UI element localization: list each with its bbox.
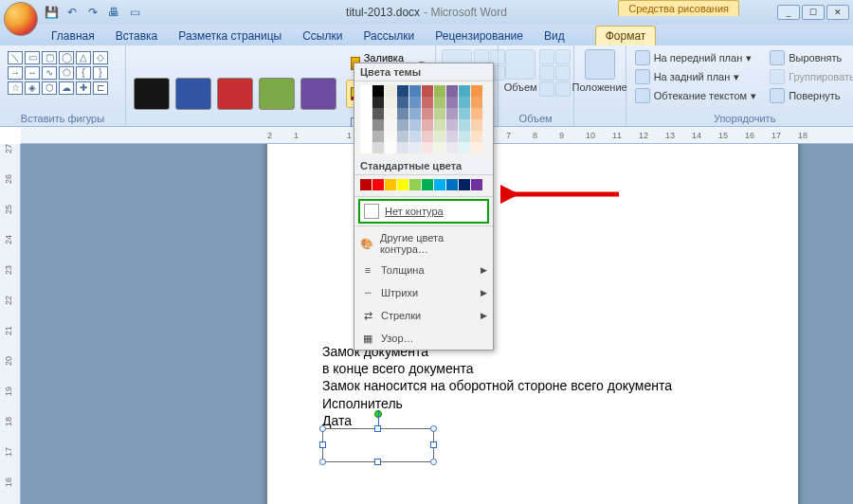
theme-color-swatch[interactable] [446, 85, 458, 97]
standard-color-swatch[interactable] [360, 179, 372, 190]
theme-color-swatch[interactable] [434, 119, 445, 131]
office-button[interactable] [4, 2, 38, 36]
theme-color-swatch[interactable] [471, 142, 482, 153]
shape-rect-icon[interactable]: ▭ [25, 51, 40, 64]
redo-icon[interactable]: ↷ [85, 5, 100, 20]
shape-cloud-icon[interactable]: ☁ [59, 81, 74, 95]
theme-color-swatch[interactable] [372, 97, 384, 108]
save-icon[interactable]: 💾 [44, 5, 59, 20]
theme-color-swatch[interactable] [397, 142, 408, 153]
doc-icon[interactable]: ▭ [127, 5, 142, 20]
vertical-ruler[interactable]: 272625242322212019181716 [0, 144, 21, 504]
theme-color-swatch[interactable] [372, 119, 384, 131]
standard-color-swatch[interactable] [372, 179, 384, 190]
standard-color-swatch[interactable] [434, 179, 445, 190]
tab-view[interactable]: Вид [535, 27, 574, 45]
close-button[interactable]: ✕ [826, 5, 849, 20]
resize-handle-nw[interactable] [319, 425, 326, 432]
resize-handle-n[interactable] [374, 425, 381, 432]
position-button[interactable]: Положение [580, 49, 620, 93]
print-icon[interactable]: 🖶 [106, 5, 121, 20]
theme-color-swatch[interactable] [434, 131, 445, 142]
theme-color-swatch[interactable] [422, 108, 433, 119]
theme-color-swatch[interactable] [409, 97, 421, 108]
theme-color-swatch[interactable] [422, 85, 433, 97]
theme-color-swatch[interactable] [459, 142, 470, 153]
maximize-button[interactable]: ☐ [802, 5, 825, 20]
shape-curve-icon[interactable]: ∿ [42, 66, 57, 80]
tab-home[interactable]: Главная [42, 27, 104, 45]
tab-review[interactable]: Рецензирование [426, 27, 533, 45]
standard-color-swatch[interactable] [459, 179, 470, 190]
resize-handle-se[interactable] [430, 459, 437, 465]
resize-handle-e[interactable] [430, 441, 437, 448]
theme-color-swatch[interactable] [422, 119, 433, 131]
shape-triangle-icon[interactable]: △ [76, 51, 91, 64]
theme-color-swatch[interactable] [471, 131, 482, 142]
theme-color-swatch[interactable] [434, 85, 445, 97]
volume-button[interactable]: Объем [504, 49, 537, 97]
shape-ellipse-icon[interactable]: ◯ [59, 51, 74, 64]
theme-color-swatch[interactable] [409, 108, 421, 119]
shape-roundrect-icon[interactable]: ▢ [42, 51, 57, 64]
resize-handle-sw[interactable] [319, 459, 326, 465]
theme-color-swatch[interactable] [385, 108, 396, 119]
theme-color-swatch[interactable] [446, 97, 458, 108]
vol-3-icon[interactable] [539, 65, 554, 81]
theme-color-swatch[interactable] [360, 119, 372, 131]
rotate-button[interactable]: Повернуть [767, 87, 853, 104]
theme-color-swatch[interactable] [385, 119, 396, 131]
standard-color-swatch[interactable] [397, 179, 408, 190]
style-swatch-3[interactable] [259, 78, 295, 110]
theme-color-swatch[interactable] [397, 85, 408, 97]
style-swatch-0[interactable] [134, 78, 170, 110]
theme-color-swatch[interactable] [471, 108, 482, 119]
theme-color-swatch[interactable] [459, 97, 470, 108]
theme-color-swatch[interactable] [372, 131, 384, 142]
theme-color-swatch[interactable] [385, 142, 396, 153]
tab-insert[interactable]: Вставка [106, 27, 168, 45]
shape-bracket-icon[interactable]: ⊏ [93, 81, 108, 95]
theme-color-swatch[interactable] [360, 97, 372, 108]
theme-color-swatch[interactable] [446, 131, 458, 142]
text-wrap-button[interactable]: Обтекание текстом ▾ [632, 87, 760, 104]
theme-color-swatch[interactable] [409, 131, 421, 142]
group-button[interactable]: Группировать [767, 68, 853, 85]
theme-color-swatch[interactable] [446, 108, 458, 119]
style-swatch-2[interactable] [217, 78, 253, 110]
resize-handle-w[interactable] [319, 441, 326, 448]
theme-color-swatch[interactable] [397, 119, 408, 131]
tab-page-layout[interactable]: Разметка страницы [169, 27, 291, 45]
more-colors-item[interactable]: 🎨 Другие цвета контура… [354, 228, 493, 259]
theme-color-swatch[interactable] [434, 108, 445, 119]
theme-color-swatch[interactable] [409, 142, 421, 153]
theme-color-swatch[interactable] [397, 108, 408, 119]
theme-color-swatch[interactable] [397, 97, 408, 108]
tab-format[interactable]: Формат [595, 26, 657, 45]
minimize-button[interactable]: _ [777, 5, 800, 20]
standard-color-swatch[interactable] [385, 179, 396, 190]
send-back-button[interactable]: На задний план ▾ [632, 68, 760, 85]
resize-handle-ne[interactable] [430, 425, 437, 432]
bring-front-button[interactable]: На передний план ▾ [632, 49, 760, 66]
vol-4-icon[interactable] [555, 65, 571, 81]
theme-color-swatch[interactable] [459, 108, 470, 119]
theme-color-swatch[interactable] [372, 108, 384, 119]
theme-color-swatch[interactable] [422, 142, 433, 153]
style-swatch-4[interactable] [300, 78, 336, 110]
align-button[interactable]: Выровнять [767, 49, 853, 66]
theme-color-swatch[interactable] [446, 142, 458, 153]
standard-color-swatch[interactable] [409, 179, 421, 190]
resize-handle-s[interactable] [374, 459, 381, 465]
theme-color-swatch[interactable] [409, 119, 421, 131]
shape-hex-icon[interactable]: ⬡ [42, 81, 57, 95]
shape-brace2-icon[interactable]: } [93, 66, 108, 80]
theme-color-swatch[interactable] [385, 85, 396, 97]
tab-references[interactable]: Ссылки [293, 27, 352, 45]
pattern-item[interactable]: ▦ Узор… [354, 327, 493, 350]
shape-line-icon[interactable]: ＼ [8, 51, 23, 64]
theme-color-swatch[interactable] [409, 85, 421, 97]
dashes-item[interactable]: ┄ Штрихи ▶ [354, 281, 493, 304]
theme-color-swatch[interactable] [459, 119, 470, 131]
tab-mailings[interactable]: Рассылки [354, 27, 424, 45]
